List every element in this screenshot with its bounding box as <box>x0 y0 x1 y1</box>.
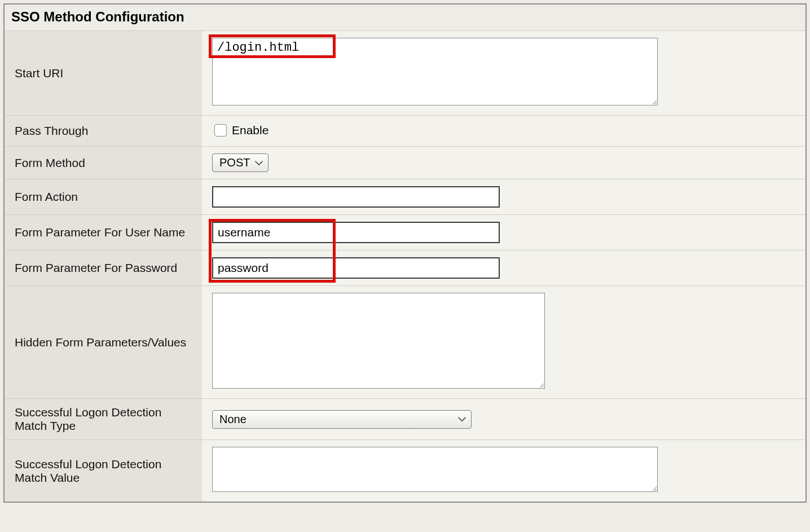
start-uri-label: Start URI <box>5 31 202 116</box>
pass-through-checkbox-label: Enable <box>232 124 268 137</box>
form-param-pass-input[interactable] <box>212 257 500 279</box>
chevron-down-icon <box>254 160 263 166</box>
pass-through-checkbox[interactable] <box>214 124 227 137</box>
form-method-value: POST <box>219 156 250 169</box>
form-method-label: Form Method <box>5 147 202 179</box>
match-value-textarea[interactable] <box>212 447 658 492</box>
hidden-params-label: Hidden Form Parameters/Values <box>5 286 202 399</box>
form-method-select[interactable]: POST <box>212 153 268 172</box>
panel-title: SSO Method Configuration <box>5 5 805 30</box>
match-value-label: Successful Logon Detection Match Value <box>5 440 202 502</box>
sso-method-config-panel: SSO Method Configuration Start URI Pass … <box>3 3 807 503</box>
form-action-input[interactable] <box>212 186 500 208</box>
form-action-label: Form Action <box>5 179 202 215</box>
hidden-params-textarea[interactable] <box>212 293 545 389</box>
pass-through-label: Pass Through <box>5 116 202 147</box>
chevron-down-icon <box>457 416 466 423</box>
form-param-user-label: Form Parameter For User Name <box>5 215 202 250</box>
form-param-user-input[interactable] <box>212 222 500 243</box>
pass-through-checkbox-wrap[interactable]: Enable <box>212 122 268 138</box>
match-type-value: None <box>219 413 246 426</box>
config-table: Start URI Pass Through Enable Form Metho… <box>5 30 805 502</box>
form-param-pass-label: Form Parameter For Password <box>5 250 202 286</box>
start-uri-textarea[interactable] <box>212 38 658 105</box>
match-type-select[interactable]: None <box>212 410 472 429</box>
match-type-label: Successful Logon Detection Match Type <box>5 399 202 440</box>
